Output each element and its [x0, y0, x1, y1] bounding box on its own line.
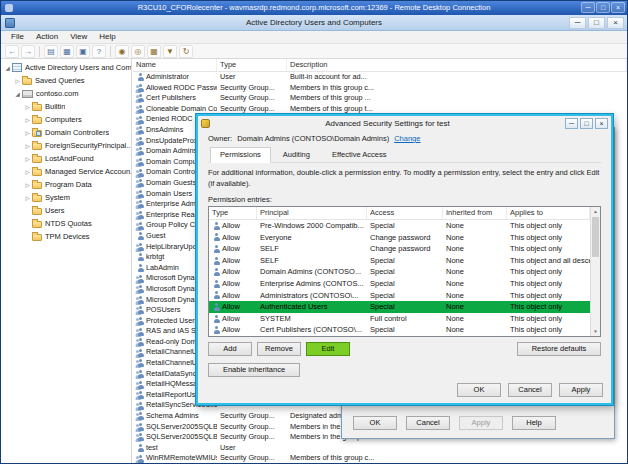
permission-entry-row[interactable]: AllowAdministrators (CONTOSO\...SpecialN…: [209, 290, 590, 302]
permission-entry-row[interactable]: AllowSELFChange passwordNoneThis object …: [209, 243, 590, 255]
forward-icon[interactable]: →: [21, 45, 35, 58]
create-group-icon[interactable]: ◎: [131, 45, 145, 58]
perm-column-type[interactable]: Type: [209, 207, 257, 219]
tree-item-saved-queries[interactable]: ▷Saved Queries: [1, 74, 131, 87]
permission-table-scrollbar[interactable]: ▲ ▼: [590, 207, 600, 336]
change-owner-link[interactable]: Change: [394, 134, 420, 143]
permission-entry-row[interactable]: AllowDomain Admins (CONTOSO...SpecialNon…: [209, 266, 590, 278]
app-minimize-button[interactable]: ─: [569, 17, 586, 29]
list-row-administrator[interactable]: AdministratorUserBuilt-in account for ad…: [133, 72, 627, 83]
create-ou-icon[interactable]: ▦: [147, 45, 161, 58]
tree-expander-icon[interactable]: ▷: [23, 117, 32, 123]
add-button[interactable]: Add: [208, 342, 252, 356]
scrollbar-thumb[interactable]: [592, 217, 599, 257]
permission-entry-row[interactable]: AllowCert Publishers (CONTOSO\...Special…: [209, 324, 590, 336]
tree-item-label: contoso.com: [36, 89, 79, 98]
aduc-app-icon: [5, 18, 15, 28]
menu-help[interactable]: Help: [93, 31, 121, 43]
tree-item-contoso-com[interactable]: ◢contoso.com: [1, 87, 131, 100]
permission-entry-row[interactable]: AllowPre-Windows 2000 Compatib...Special…: [209, 220, 590, 232]
permission-entry-row[interactable]: AllowSELFSpecialNoneThis object and all …: [209, 255, 590, 267]
scroll-up-icon[interactable]: ▲: [591, 207, 600, 216]
permission-entry-row[interactable]: AllowSYSTEMFull controlNoneThis object o…: [209, 313, 590, 325]
app-close-button[interactable]: ×: [607, 17, 624, 29]
ok-button[interactable]: OK: [457, 383, 501, 397]
column-header-description[interactable]: Description: [287, 59, 627, 71]
help-icon[interactable]: ?: [92, 45, 106, 58]
list-row-cert-publishers[interactable]: Cert PublishersSecurity Group...Members …: [133, 93, 627, 104]
dialog-restore-button[interactable]: □: [580, 118, 593, 129]
tree-item-managed-service-accoun[interactable]: ▷Managed Service Accoun...: [1, 165, 131, 178]
tree-item-ntds-quotas[interactable]: NTDS Quotas: [1, 217, 131, 230]
tree-item-foreignsecurityprincipal[interactable]: ▷ForeignSecurityPrincipal...: [1, 139, 131, 152]
cancel-button[interactable]: Cancel: [406, 416, 450, 430]
ok-button[interactable]: OK: [353, 416, 397, 430]
tree-expander-icon[interactable]: ▷: [13, 78, 22, 84]
cancel-button[interactable]: Cancel: [508, 383, 552, 397]
export-list-icon[interactable]: ▦: [60, 45, 74, 58]
dialog-close-button[interactable]: ×: [595, 118, 608, 129]
tree-item-users[interactable]: Users: [1, 204, 131, 217]
column-header-type[interactable]: Type: [217, 59, 287, 71]
tree-expander-icon[interactable]: ▷: [23, 182, 32, 188]
tree-expander-icon[interactable]: ▷: [23, 130, 32, 136]
list-row-test[interactable]: testUser: [133, 443, 627, 454]
back-icon[interactable]: ←: [5, 45, 19, 58]
menu-file[interactable]: File: [5, 31, 30, 43]
tree-expander-icon[interactable]: ▷: [23, 143, 32, 149]
list-row-winrmremotewmiusers[interactable]: WinRMRemoteWMIUsers__Security Group...Me…: [133, 453, 627, 463]
list-row-cloneable-domain-contr[interactable]: Cloneable Domain Contr...Security Group.…: [133, 104, 627, 115]
tree-expander-icon[interactable]: ◢: [13, 91, 22, 97]
properties-icon[interactable]: ▣: [76, 45, 90, 58]
tab-permissions[interactable]: Permissions: [210, 147, 271, 163]
column-header-name[interactable]: Name: [133, 59, 217, 71]
tree-item-tpm-devices[interactable]: TPM Devices: [1, 230, 131, 243]
rdp-close-button[interactable]: ×: [611, 2, 625, 13]
refresh-icon[interactable]: ↻: [179, 45, 193, 58]
tab-auditing[interactable]: Auditing: [273, 147, 320, 162]
show-console-tree-icon[interactable]: ▤: [44, 45, 58, 58]
create-user-icon[interactable]: ◉: [115, 45, 129, 58]
perm-cell-principal: Domain Admins (CONTOSO...: [257, 266, 367, 278]
restore-defaults-button[interactable]: Restore defaults: [517, 342, 601, 356]
group-icon: [136, 370, 144, 378]
rdp-minimize-button[interactable]: ─: [581, 2, 595, 13]
rdp-restore-button[interactable]: □: [596, 2, 610, 13]
tree-expander-icon[interactable]: ◢: [3, 65, 12, 71]
set-filter-icon[interactable]: ▼: [163, 45, 177, 58]
perm-column-access[interactable]: Access: [367, 207, 443, 219]
tree-item-lostandfound[interactable]: ▷LostAndFound: [1, 152, 131, 165]
edit-button[interactable]: Edit: [306, 342, 350, 356]
tree-expander-icon[interactable]: ▷: [23, 156, 32, 162]
tree-item-active-directory-users-and-com[interactable]: ◢Active Directory Users and Com: [1, 61, 131, 74]
tree-expander-icon[interactable]: ▷: [23, 195, 32, 201]
permission-entry-row[interactable]: AllowEveryoneChange passwordNoneThis obj…: [209, 232, 590, 244]
tree-item-system[interactable]: ▷System: [1, 191, 131, 204]
apply-button[interactable]: Apply: [559, 383, 603, 397]
permission-entry-row[interactable]: AllowEnterprise Admins (CONTOS...Special…: [209, 278, 590, 290]
tree-expander-icon[interactable]: ▷: [23, 169, 32, 175]
tab-effective-access[interactable]: Effective Access: [322, 147, 396, 162]
app-restore-button[interactable]: □: [588, 17, 605, 29]
permission-entry-row[interactable]: AllowAuthenticated UsersSpecialNoneThis …: [209, 301, 590, 313]
perm-column-principal[interactable]: Principal: [257, 207, 367, 219]
enable-inheritance-button[interactable]: Enable inheritance: [208, 363, 300, 377]
perm-column-applies-to[interactable]: Applies to: [507, 207, 590, 219]
menu-view[interactable]: View: [64, 31, 93, 43]
remove-button[interactable]: Remove: [257, 342, 301, 356]
perm-cell-type: Allow: [209, 278, 257, 290]
pin-icon[interactable]: [5, 4, 13, 12]
tree-item-domain-controllers[interactable]: ▷Domain Controllers: [1, 126, 131, 139]
tree-expander-icon[interactable]: ▷: [23, 104, 32, 110]
dialog-minimize-button[interactable]: ─: [565, 118, 578, 129]
tree-item-computers[interactable]: ▷Computers: [1, 113, 131, 126]
perm-column-inherited-from[interactable]: Inherited from: [443, 207, 507, 219]
tree-item-program-data[interactable]: ▷Program Data: [1, 178, 131, 191]
list-row-allowed-rodc-password[interactable]: Allowed RODC Password ...Security Group.…: [133, 83, 627, 94]
help-button[interactable]: Help: [512, 416, 556, 430]
menu-action[interactable]: Action: [30, 31, 64, 43]
dialog-title-bar[interactable]: Advanced Security Settings for test ─ □ …: [198, 116, 611, 131]
perm-cell-principal: Authenticated Users: [257, 301, 367, 313]
tree-item-builtin[interactable]: ▷Builtin: [1, 100, 131, 113]
scroll-down-icon[interactable]: ▼: [591, 327, 600, 336]
